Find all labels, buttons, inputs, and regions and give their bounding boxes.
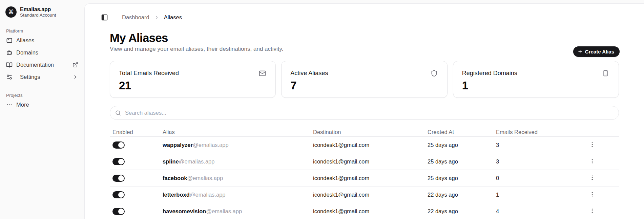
created-at-cell: 22 days ago [428, 208, 496, 215]
column-header-created-at: Created At [428, 129, 496, 135]
sidebar-item-label: Documentation [16, 62, 54, 68]
sidebar-item-more[interactable]: More [5, 98, 79, 111]
enabled-toggle[interactable] [112, 158, 125, 165]
sidebar-item-aliases[interactable]: Aliases [5, 34, 79, 46]
alias-cell: havesomevision@emalias.app [163, 208, 313, 215]
divider [115, 14, 115, 21]
destination-cell: icondesk1@gmail.com [313, 175, 428, 181]
page-subtitle: View and manage your email aliases, thei… [110, 45, 619, 53]
stat-card-registered-domains: Registered Domains 1 [453, 61, 619, 98]
emails-received-cell: 0 [496, 175, 589, 181]
toggle-knob [118, 159, 124, 165]
alias-domain: @emalias.app [193, 142, 229, 148]
sidebar-item-label: Aliases [16, 37, 34, 44]
section-label-platform: Platform [5, 28, 79, 34]
search-icon [115, 110, 121, 116]
sidebar-item-settings[interactable]: Settings [5, 71, 79, 83]
emails-received-cell: 4 [496, 208, 589, 215]
sidebar-item-label: More [16, 102, 29, 108]
alias-domain: @emalias.app [190, 192, 226, 198]
sidebar: ⌘ Emalias.app Standard Account Platform … [0, 0, 84, 219]
row-menu-kebab-icon[interactable] [589, 158, 595, 165]
created-at-cell: 25 days ago [428, 158, 496, 165]
alias-user: letterboxd [163, 192, 190, 198]
shield-icon [431, 70, 438, 77]
section-label-projects: Projects [5, 92, 79, 98]
search-input[interactable] [110, 106, 619, 120]
sidebar-item-documentation[interactable]: Documentation [5, 59, 79, 71]
enabled-toggle[interactable] [112, 141, 125, 149]
create-alias-button[interactable]: Create Alias [573, 46, 620, 57]
breadcrumb-chevron-icon [154, 15, 159, 20]
row-menu-kebab-icon[interactable] [589, 208, 595, 215]
account-switcher[interactable]: ⌘ Emalias.app Standard Account [5, 5, 79, 19]
enabled-toggle[interactable] [112, 175, 125, 182]
stat-label: Active Aliases [290, 70, 437, 77]
alias-domain: @emalias.app [206, 208, 242, 214]
emails-received-cell: 3 [496, 158, 589, 165]
sliders-icon [6, 74, 13, 80]
row-menu-kebab-icon[interactable] [589, 175, 595, 181]
alias-user: facebook [163, 175, 187, 181]
destination-cell: icondesk1@gmail.com [313, 158, 428, 165]
alias-domain: @emalias.app [179, 158, 215, 165]
account-type: Standard Account [20, 13, 56, 18]
search-bar [110, 106, 619, 120]
stat-card-total-emails: Total Emails Received 21 [110, 61, 276, 98]
breadcrumb-aliases: Aliases [164, 14, 182, 21]
table-row: letterboxd@emalias.app icondesk1@gmail.c… [110, 187, 619, 203]
destination-cell: icondesk1@gmail.com [313, 142, 428, 148]
toggle-knob [118, 192, 124, 198]
alias-user: wappalyzer [163, 142, 193, 148]
table-row: havesomevision@emalias.app icondesk1@gma… [110, 203, 619, 219]
sidebar-item-label-settings: Settings [20, 74, 40, 80]
external-link-icon [72, 62, 78, 68]
aliases-table: Enabled Alias Destination Created At Ema… [110, 128, 619, 219]
emails-received-cell: 3 [496, 142, 589, 148]
app-logo-icon: ⌘ [5, 6, 17, 18]
command-icon: ⌘ [8, 8, 14, 16]
created-at-cell: 25 days ago [428, 142, 496, 148]
toggle-knob [118, 142, 124, 148]
stat-card-active-aliases: Active Aliases 7 [281, 61, 447, 98]
app-name: Emalias.app [20, 6, 56, 13]
table-body: wappalyzer@emalias.app icondesk1@gmail.c… [110, 137, 619, 219]
toggle-knob [118, 175, 124, 181]
row-menu-kebab-icon[interactable] [589, 141, 595, 148]
stat-cards: Total Emails Received 21 Active Aliases … [110, 61, 619, 98]
table-row: spline@emalias.app icondesk1@gmail.com 2… [110, 153, 619, 170]
alias-cell: spline@emalias.app [163, 158, 313, 165]
created-at-cell: 22 days ago [428, 192, 496, 198]
topbar: Dashboard Aliases [101, 14, 619, 21]
alias-user: spline [163, 158, 179, 165]
mail-icon [259, 70, 266, 77]
table-row: wappalyzer@emalias.app icondesk1@gmail.c… [110, 137, 619, 153]
breadcrumb-dashboard[interactable]: Dashboard [122, 14, 149, 21]
plus-icon [578, 49, 583, 54]
column-header-alias: Alias [163, 129, 313, 135]
building-icon [602, 70, 609, 77]
table-row: facebook@emalias.app icondesk1@gmail.com… [110, 170, 619, 187]
destination-cell: icondesk1@gmail.com [313, 192, 428, 198]
chevron-right-icon [72, 74, 78, 80]
ellipsis-icon [6, 102, 13, 108]
aliases-icon [6, 37, 13, 44]
created-at-cell: 25 days ago [428, 175, 496, 181]
alias-cell: wappalyzer@emalias.app [163, 142, 313, 148]
sidebar-item-domains[interactable]: Domains [5, 46, 79, 59]
domains-icon [6, 49, 13, 56]
alias-user: havesomevision [163, 208, 206, 214]
toggle-knob [118, 209, 124, 214]
enabled-toggle[interactable] [112, 208, 125, 215]
stat-value: 21 [119, 79, 266, 92]
emails-received-cell: 1 [496, 192, 589, 198]
column-header-emails-received: Emails Received [496, 129, 589, 135]
enabled-toggle[interactable] [112, 191, 125, 198]
page-title: My Aliases [110, 32, 619, 44]
book-open-icon [6, 62, 13, 68]
alias-cell: facebook@emalias.app [163, 175, 313, 181]
table-header: Enabled Alias Destination Created At Ema… [110, 128, 619, 137]
sidebar-toggle-icon[interactable] [101, 14, 108, 21]
row-menu-kebab-icon[interactable] [589, 191, 595, 198]
stat-value: 1 [462, 79, 609, 92]
